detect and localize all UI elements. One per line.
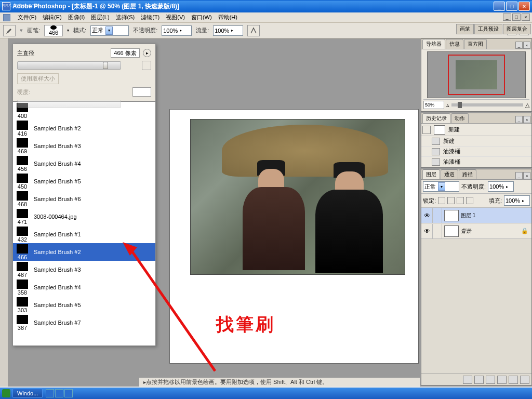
lock-transparency-icon[interactable] xyxy=(438,197,445,204)
taskbar-btn2[interactable] xyxy=(55,389,63,397)
menu-select[interactable]: 选择(S) xyxy=(116,14,135,21)
brush-list-item[interactable]: 4713008-000464.jpg xyxy=(13,208,155,225)
delete-layer-icon[interactable] xyxy=(520,376,529,384)
menu-window[interactable]: 窗口(W) xyxy=(191,14,212,21)
zoom-slider[interactable] xyxy=(451,103,523,107)
use-sampled-size-button: 使用取样大小 xyxy=(17,73,59,84)
tab-layer-comps[interactable]: 图层复合 xyxy=(503,24,531,34)
taskbar-item[interactable]: Windo... xyxy=(12,389,43,398)
taskbar-btn1[interactable] xyxy=(46,389,54,397)
layer-row[interactable]: 👁背景🔒 xyxy=(421,223,531,239)
canvas-area: 主直径 ▸ 使用取样大小 硬度: 400416Sampled Brush #24… xyxy=(8,38,421,387)
zoom-in-icon[interactable]: △ xyxy=(525,102,529,109)
history-doc-name: 新建 xyxy=(448,126,460,134)
tab-actions[interactable]: 动作 xyxy=(451,113,469,123)
brush-preview[interactable]: 466 xyxy=(44,25,63,36)
panel-menu-button[interactable]: ▸ xyxy=(143,49,151,57)
menu-layer[interactable]: 图层(L) xyxy=(91,14,109,21)
brush-tool-icon[interactable] xyxy=(3,25,16,36)
visibility-icon[interactable]: 👁 xyxy=(421,208,433,223)
menu-file[interactable]: 文件(F) xyxy=(18,14,36,21)
tab-navigator[interactable]: 导航器 xyxy=(422,39,445,49)
layer-row[interactable]: 👁图层 1 xyxy=(421,208,531,223)
doc-restore-button[interactable]: □ xyxy=(512,14,521,21)
brush-list-item[interactable]: 468Sampled Brush #6 xyxy=(13,190,155,208)
visibility-icon[interactable]: 👁 xyxy=(421,224,433,238)
airbrush-icon[interactable] xyxy=(247,25,260,36)
menu-edit[interactable]: 编辑(E) xyxy=(43,14,62,21)
panel-close-icon[interactable]: × xyxy=(523,172,530,179)
panel-minimize-icon[interactable]: _ xyxy=(515,42,523,49)
history-snapshot-thumb[interactable] xyxy=(434,125,445,135)
window-title: Adobe Photoshop - [未标题-1 @ 50% (图层 1, 快速… xyxy=(12,2,494,11)
tab-history[interactable]: 历史记录 xyxy=(422,113,450,123)
new-layer-icon[interactable] xyxy=(509,376,518,384)
lock-all-icon[interactable] xyxy=(466,197,473,204)
close-button[interactable]: × xyxy=(518,2,530,11)
maximize-button[interactable]: □ xyxy=(506,2,517,11)
menu-image[interactable]: 图像(I) xyxy=(68,14,85,21)
brush-list-item[interactable]: 487Sampled Brush #3 xyxy=(13,261,155,278)
layer-opacity-input[interactable]: 100%▸ xyxy=(488,181,514,192)
brush-list-item[interactable]: 387Sampled Brush #7 xyxy=(13,314,155,331)
brush-list-item[interactable]: 456Sampled Brush #4 xyxy=(13,155,155,172)
master-diameter-input[interactable] xyxy=(111,48,140,58)
lock-image-icon[interactable] xyxy=(447,197,455,204)
tab-channels[interactable]: 通道 xyxy=(441,169,458,179)
right-panels: 导航器 信息 直方图 _× ▵ △ 历史记录 动作 _× xyxy=(421,38,532,387)
new-set-icon[interactable] xyxy=(486,376,495,384)
snapshot-toggle-icon[interactable] xyxy=(422,126,431,134)
history-step[interactable]: 新建 xyxy=(421,136,531,147)
tab-brushes[interactable]: 画笔 xyxy=(456,24,474,34)
ps-icon[interactable] xyxy=(3,14,10,21)
zoom-input[interactable] xyxy=(423,101,444,109)
history-step[interactable]: 油漆桶 xyxy=(421,157,531,167)
adjustment-layer-icon[interactable] xyxy=(497,376,507,384)
tab-tool-presets[interactable]: 工具预设 xyxy=(474,24,502,34)
brush-list-item[interactable]: 416Sampled Brush #2 xyxy=(13,119,155,137)
panel-close-icon[interactable]: × xyxy=(523,116,530,123)
blend-mode-dropdown[interactable]: 正常▾ xyxy=(423,181,459,192)
toolbox[interactable] xyxy=(0,38,8,387)
panel-close-icon[interactable]: × xyxy=(523,42,530,49)
diameter-slider[interactable] xyxy=(17,61,121,70)
doc-close-button[interactable]: × xyxy=(522,14,530,21)
tab-histogram[interactable]: 直方图 xyxy=(464,39,487,49)
brush-list-item[interactable]: 432Sampled Brush #1 xyxy=(13,225,155,243)
taskbar-btn3[interactable] xyxy=(64,389,73,397)
menu-filter[interactable]: 滤镜(T) xyxy=(141,14,159,21)
layer-opacity-label: 不透明度: xyxy=(461,183,486,191)
panel-minimize-icon[interactable]: _ xyxy=(515,116,523,123)
zoom-out-icon[interactable]: ▵ xyxy=(446,102,449,109)
canvas-image[interactable] xyxy=(190,119,405,275)
opacity-input[interactable]: 100%▸ xyxy=(162,25,192,36)
minimize-button[interactable]: _ xyxy=(494,2,505,11)
brush-list-item[interactable]: 466Sampled Brush #2 xyxy=(13,243,155,261)
tab-info[interactable]: 信息 xyxy=(446,39,463,49)
mode-dropdown[interactable]: 正常▾ xyxy=(90,25,129,36)
menu-help[interactable]: 帮助(H) xyxy=(218,14,237,21)
new-preset-button[interactable] xyxy=(142,61,151,70)
fill-input[interactable]: 100%▸ xyxy=(504,195,530,206)
menu-view[interactable]: 视图(V) xyxy=(166,14,185,21)
watermark: BBS.16XX8.COM xyxy=(2,3,39,8)
brush-list[interactable]: 400416Sampled Brush #2469Sampled Brush #… xyxy=(13,101,155,345)
flow-input[interactable]: 100%▸ xyxy=(213,25,243,36)
brush-list-item[interactable]: 303Sampled Brush #5 xyxy=(13,296,155,314)
brush-list-item[interactable]: 469Sampled Brush #3 xyxy=(13,137,155,155)
opacity-label: 不透明度: xyxy=(133,26,157,34)
tab-paths[interactable]: 路径 xyxy=(459,169,476,179)
layer-style-icon[interactable] xyxy=(463,376,472,384)
navigator-preview[interactable] xyxy=(427,51,526,98)
doc-minimize-button[interactable]: _ xyxy=(503,14,511,21)
layer-mask-icon[interactable] xyxy=(474,376,484,384)
annotation-text: 找筆刷 xyxy=(216,313,275,337)
panel-minimize-icon[interactable]: _ xyxy=(515,172,523,179)
lock-position-icon[interactable] xyxy=(457,197,464,204)
tab-layers[interactable]: 图层 xyxy=(422,169,440,179)
brush-list-item[interactable]: 450Sampled Brush #5 xyxy=(13,172,155,190)
status-bar: ▸ 点按并拖移以用前景色绘画。要用附加选项，使用 Shift、Alt 和 Ctr… xyxy=(139,377,420,387)
brush-list-item[interactable]: 358Sampled Brush #4 xyxy=(13,278,155,296)
start-button[interactable] xyxy=(2,389,10,397)
history-step[interactable]: 油漆桶 xyxy=(421,147,531,157)
